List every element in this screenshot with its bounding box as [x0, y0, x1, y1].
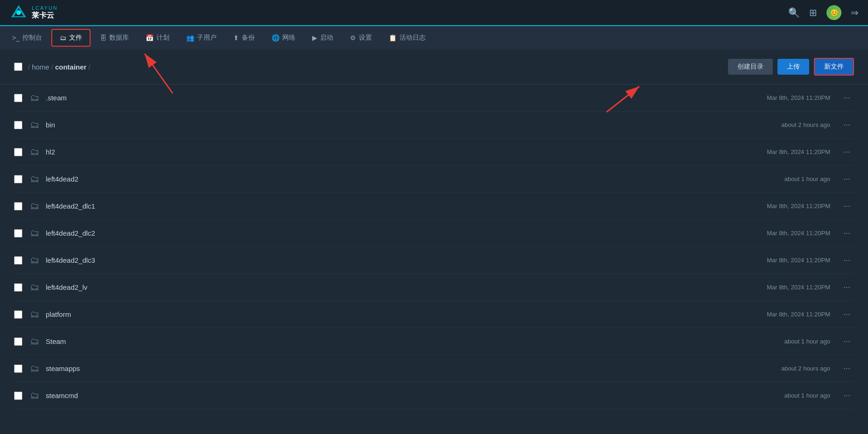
menu-label-startup: 启动	[320, 34, 333, 42]
table-row[interactable]: 🗂 steamcmd about 1 hour ago ···	[14, 382, 854, 409]
folder-icon: 🗂	[30, 309, 39, 320]
folder-icon: 🗂	[30, 119, 39, 130]
files-icon: 🗂	[60, 34, 66, 42]
network-icon: 🌐	[272, 34, 280, 42]
file-date: Mar 8th, 2024 11:20PM	[737, 148, 830, 155]
menu-label-network: 网络	[282, 34, 295, 42]
create-dir-button[interactable]: 创建目录	[728, 59, 773, 75]
avatar[interactable]: 😊	[826, 5, 841, 20]
file-list: 🗂 .steam Mar 8th, 2024 11:20PM ··· 🗂 bin…	[0, 84, 868, 409]
search-icon[interactable]: 🔍	[788, 7, 800, 18]
file-date: Mar 8th, 2024 11:20PM	[737, 203, 830, 210]
menu-item-files[interactable]: 🗂 文件	[51, 29, 91, 47]
menu-item-settings[interactable]: ⚙ 设置	[343, 30, 379, 46]
table-row[interactable]: 🗂 .steam Mar 8th, 2024 11:20PM ···	[14, 84, 854, 112]
exit-icon[interactable]: ⇒	[851, 7, 859, 18]
menu-item-backup[interactable]: ⬆ 备份	[226, 30, 262, 46]
folder-icon: 🗂	[30, 174, 39, 184]
breadcrumb-sep-1: /	[51, 63, 53, 71]
table-row[interactable]: 🗂 left4dead2_dlc3 Mar 8th, 2024 11:20PM …	[14, 247, 854, 274]
file-checkbox-left4dead2[interactable]	[14, 175, 22, 183]
table-row[interactable]: 🗂 hl2 Mar 8th, 2024 11:20PM ···	[14, 139, 854, 166]
file-checkbox-steamcmd[interactable]	[14, 392, 22, 400]
file-more-button[interactable]: ···	[840, 308, 854, 321]
menu-item-activity[interactable]: 📋 活动日志	[381, 30, 433, 46]
upload-button[interactable]: 上传	[777, 59, 809, 75]
file-more-button[interactable]: ···	[840, 145, 854, 159]
logo-subtitle: LCAYUN	[32, 5, 58, 11]
file-name: bin	[46, 121, 737, 129]
menu-label-files: 文件	[69, 34, 82, 42]
file-name: left4dead2_dlc3	[46, 256, 737, 264]
subuser-icon: 👥	[186, 34, 194, 42]
new-file-button[interactable]: 新文件	[814, 58, 854, 76]
file-date: Mar 8th, 2024 11:20PM	[737, 257, 830, 264]
menu-item-network[interactable]: 🌐 网络	[264, 30, 303, 46]
menu-item-console[interactable]: >_ 控制台	[5, 30, 49, 46]
file-more-button[interactable]: ···	[840, 226, 854, 240]
backup-icon: ⬆	[233, 34, 239, 42]
file-more-button[interactable]: ···	[840, 91, 854, 105]
table-row[interactable]: 🗂 steamapps about 2 hours ago ···	[14, 355, 854, 382]
table-row[interactable]: 🗂 platform Mar 8th, 2024 11:20PM ···	[14, 301, 854, 328]
file-checkbox-bin[interactable]	[14, 121, 22, 129]
folder-icon: 🗂	[30, 147, 39, 157]
file-checkbox-hl2[interactable]	[14, 148, 22, 156]
plan-icon: 📅	[146, 34, 154, 42]
file-checkbox-left4dead2-dlc2[interactable]	[14, 229, 22, 238]
file-date: about 1 hour ago	[737, 392, 830, 399]
table-row[interactable]: 🗂 Steam about 1 hour ago ···	[14, 328, 854, 355]
menu-item-subuser[interactable]: 👥 子用户	[179, 30, 224, 46]
activity-icon: 📋	[389, 34, 397, 42]
breadcrumb-sep-start: /	[28, 63, 30, 71]
file-more-button[interactable]: ···	[840, 362, 854, 375]
table-row[interactable]: 🗂 bin about 2 hours ago ···	[14, 112, 854, 139]
folder-icon: 🗂	[30, 363, 39, 374]
breadcrumb-home[interactable]: home	[32, 63, 49, 71]
folder-icon: 🗂	[30, 255, 39, 266]
file-date: about 2 hours ago	[737, 365, 830, 372]
file-checkbox-left4dead2-lv[interactable]	[14, 283, 22, 292]
file-date: about 1 hour ago	[737, 175, 830, 182]
file-more-button[interactable]: ···	[840, 118, 854, 132]
file-checkbox-left4dead2-dlc1[interactable]	[14, 202, 22, 210]
table-row[interactable]: 🗂 left4dead2_dlc1 Mar 8th, 2024 11:20PM …	[14, 193, 854, 220]
file-more-button[interactable]: ···	[840, 389, 854, 402]
menu-label-database: 数据库	[109, 34, 129, 42]
menubar: >_ 控制台 🗂 文件 🗄 数据库 📅 计划 👥 子用户 ⬆ 备份 🌐 网络 ▶…	[0, 26, 868, 49]
file-more-button[interactable]: ···	[840, 253, 854, 267]
database-icon: 🗄	[100, 34, 106, 42]
topbar: LCAYUN 莱卡云 🔍 ⊞ 😊 ⇒	[0, 0, 868, 26]
file-more-button[interactable]: ···	[840, 199, 854, 213]
file-checkbox-platform[interactable]	[14, 310, 22, 319]
menu-item-database[interactable]: 🗄 数据库	[92, 30, 136, 46]
file-date: about 1 hour ago	[737, 338, 830, 345]
select-all-checkbox[interactable]	[14, 63, 22, 71]
table-row[interactable]: 🗂 left4dead2 about 1 hour ago ···	[14, 166, 854, 193]
file-name: left4dead2_dlc1	[46, 202, 737, 210]
file-checkbox-steam-hidden[interactable]	[14, 94, 22, 102]
table-row[interactable]: 🗂 left4dead2_lv Mar 8th, 2024 11:20PM ··…	[14, 274, 854, 301]
startup-icon: ▶	[312, 34, 317, 42]
file-checkbox-steam[interactable]	[14, 337, 22, 346]
table-row[interactable]: 🗂 left4dead2_dlc2 Mar 8th, 2024 11:20PM …	[14, 220, 854, 247]
logo-name: 莱卡云	[32, 11, 58, 21]
file-more-button[interactable]: ···	[840, 280, 854, 294]
file-more-button[interactable]: ···	[840, 335, 854, 348]
breadcrumb-sep-2: /	[88, 63, 90, 71]
file-checkbox-left4dead2-dlc3[interactable]	[14, 256, 22, 265]
file-date: Mar 8th, 2024 11:20PM	[737, 311, 830, 318]
menu-label-subuser: 子用户	[197, 34, 217, 42]
file-name: Steam	[46, 337, 737, 345]
menu-item-startup[interactable]: ▶ 启动	[305, 30, 341, 46]
file-checkbox-steamapps[interactable]	[14, 364, 22, 373]
menu-label-backup: 备份	[242, 34, 255, 42]
menu-item-plan[interactable]: 📅 计划	[138, 30, 177, 46]
file-more-button[interactable]: ···	[840, 172, 854, 186]
breadcrumb-container[interactable]: container	[55, 63, 87, 71]
menu-label-console: 控制台	[22, 34, 42, 42]
menu-label-activity: 活动日志	[399, 34, 426, 42]
file-date: Mar 8th, 2024 11:20PM	[737, 230, 830, 237]
logo[interactable]: LCAYUN 莱卡云	[9, 3, 58, 22]
layers-icon[interactable]: ⊞	[809, 7, 817, 18]
